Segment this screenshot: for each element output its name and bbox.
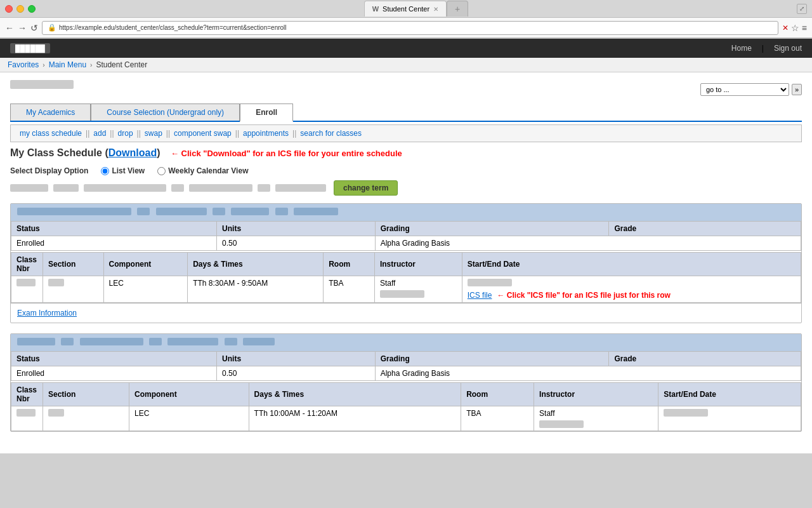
user-goto-row: go to ... » — [10, 77, 802, 96]
subnav-appointments[interactable]: appointments — [239, 128, 292, 139]
tab-enroll[interactable]: Enroll — [240, 104, 293, 122]
days-times-cell: TTh 8:30AM - 9:50AM — [188, 276, 324, 303]
display-option-label: Select Display Option — [10, 166, 88, 175]
ics-file-link[interactable]: ICS file — [468, 291, 492, 300]
class-nbr-cell-2 — [11, 406, 43, 431]
subnav-my-class-schedule[interactable]: my class schedule — [16, 128, 86, 139]
goto-select[interactable]: go to ... — [700, 83, 789, 96]
minimize-window-button[interactable] — [16, 5, 24, 13]
subnav-swap[interactable]: swap — [141, 128, 166, 139]
signout-link[interactable]: Sign out — [774, 44, 802, 53]
weekly-calendar-option[interactable]: Weekly Calendar View — [157, 166, 253, 175]
breadcrumb-main-menu[interactable]: Main Menu — [49, 60, 86, 69]
breadcrumb-sep-2: › — [90, 62, 92, 69]
start-end-cell: ICS file ← Click "ICS file" for an ICS f… — [462, 276, 801, 303]
term-block-4 — [171, 184, 184, 192]
tab-close-button[interactable]: ✕ — [433, 6, 438, 13]
url-bar[interactable]: 🔒 https://example.edu/student_center/cla… — [42, 21, 778, 35]
term-block-7 — [275, 184, 326, 192]
page-title-text2: ) — [157, 147, 160, 158]
course-status-row-2: Enrolled 0.50 Alpha Grading Basis — [11, 366, 801, 381]
new-tab-button[interactable]: + — [447, 1, 468, 17]
component-cell-2: LEC — [129, 406, 249, 431]
refresh-button[interactable]: ↺ — [30, 23, 38, 33]
grading-col-header-2: Grading — [375, 352, 609, 366]
exam-information-link[interactable]: Exam Information — [11, 305, 801, 321]
room-header: Room — [324, 253, 375, 276]
goto-button[interactable]: » — [792, 84, 802, 95]
exam-info-row: Exam Information — [11, 303, 801, 323]
subnav-add[interactable]: add — [89, 128, 110, 139]
section-header-2: Section — [43, 383, 129, 406]
download-annotation: ← Click "Download" for an ICS file for y… — [171, 149, 402, 158]
browser-tab[interactable]: W Student Center ✕ — [364, 1, 447, 17]
change-term-button[interactable]: change term — [334, 180, 398, 196]
term-block-5 — [189, 184, 252, 192]
user-name-redacted — [10, 80, 74, 89]
tab-course-selection[interactable]: Course Selection (Undergrad only) — [91, 104, 240, 121]
list-view-radio[interactable] — [101, 167, 109, 175]
course-header-2 — [11, 334, 801, 351]
nav-separator: | — [762, 44, 764, 53]
display-option-row: Select Display Option List View Weekly C… — [10, 166, 802, 175]
home-link[interactable]: Home — [731, 44, 752, 53]
page-content: go to ... » My Academics Course Selectio… — [0, 72, 812, 453]
class-nbr-cell — [11, 276, 43, 303]
back-button[interactable]: ← — [5, 23, 14, 33]
resize-window-button[interactable]: ⤢ — [797, 4, 807, 14]
tab-my-academics[interactable]: My Academics — [10, 104, 91, 121]
page-title-row: My Class Schedule (Download) ← Click "Do… — [10, 147, 802, 159]
subnav-drop[interactable]: drop — [114, 128, 137, 139]
forward-button[interactable]: → — [18, 23, 27, 33]
component-header-2: Component — [129, 383, 249, 406]
grade-col-header: Grade — [609, 222, 801, 236]
table-row: LEC TTh 8:30AM - 9:50AM TBA Staff ICS fi… — [11, 276, 801, 303]
bookmark-star-button[interactable]: ☆ — [791, 23, 799, 33]
goto-bar: go to ... » — [700, 83, 802, 96]
tab-favicon: W — [372, 5, 379, 13]
start-end-cell-2 — [658, 406, 801, 431]
course-status-table-1: Status Units Grading Grade Enrolled 0.50… — [11, 221, 801, 251]
breadcrumb-favorites[interactable]: Favorites — [8, 60, 39, 69]
course-class-table-1: ClassNbr Section Component Days & Times … — [11, 252, 801, 303]
subnav-component-swap[interactable]: component swap — [170, 128, 235, 139]
stop-button[interactable]: ✕ — [782, 23, 789, 32]
instructor-cell-2: Staff — [534, 406, 658, 431]
units-value-2: 0.50 — [217, 366, 376, 381]
address-bar: ← → ↺ 🔒 https://example.edu/student_cent… — [0, 18, 812, 38]
days-times-header-2: Days & Times — [249, 383, 461, 406]
course-section-1: Status Units Grading Grade Enrolled 0.50… — [10, 203, 802, 323]
list-view-option[interactable]: List View — [101, 166, 150, 175]
instructor-header-2: Instructor — [534, 383, 658, 406]
class-nbr-header: ClassNbr — [11, 253, 43, 276]
app-logo: ██████ — [10, 43, 50, 53]
title-bar: W Student Center ✕ + ⤢ — [0, 0, 812, 18]
download-link[interactable]: Download — [108, 147, 157, 158]
grade-col-header-2: Grade — [609, 352, 801, 366]
section-cell — [43, 276, 104, 303]
close-window-button[interactable] — [5, 5, 13, 13]
room-cell-2: TBA — [461, 406, 534, 431]
main-tabs: My Academics Course Selection (Undergrad… — [10, 104, 802, 122]
weekly-calendar-label: Weekly Calendar View — [168, 166, 248, 175]
units-col-header-2: Units — [217, 352, 376, 366]
menu-button[interactable]: ≡ — [802, 23, 807, 33]
status-col-header-2: Status — [11, 352, 217, 366]
course-header-1 — [11, 204, 801, 221]
grading-value: Alpha Grading Basis — [375, 236, 801, 251]
start-end-header-2: Start/End Date — [658, 383, 801, 406]
weekly-calendar-radio[interactable] — [157, 167, 166, 175]
section-cell-2 — [43, 406, 129, 431]
subnav-search-for-classes[interactable]: search for classes — [296, 128, 365, 139]
app-header: ██████ Home | Sign out — [0, 39, 812, 58]
term-block-3 — [84, 184, 166, 192]
class-nbr-header-2: ClassNbr — [11, 383, 43, 406]
breadcrumb-current-page: Student Center — [96, 60, 147, 69]
breadcrumb-sep-1: › — [43, 62, 44, 69]
header-navigation: Home | Sign out — [731, 44, 802, 53]
maximize-window-button[interactable] — [28, 5, 36, 13]
ssl-lock-icon: 🔒 — [48, 23, 56, 32]
status-value-2: Enrolled — [11, 366, 217, 381]
page-title-text: My Class Schedule ( — [10, 147, 108, 158]
days-times-header: Days & Times — [188, 253, 324, 276]
